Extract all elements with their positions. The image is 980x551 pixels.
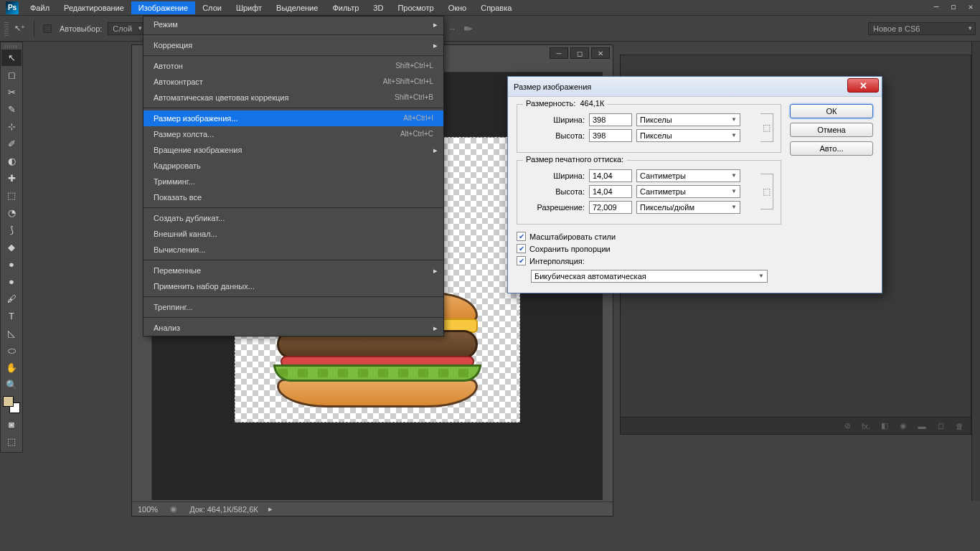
menu-item-создать-дубликат-[interactable]: Создать дубликат... xyxy=(143,210,443,226)
dialog-close-button[interactable]: ✕ xyxy=(847,78,879,93)
menu-help[interactable]: Справка xyxy=(473,1,519,14)
3d-slide-icon[interactable]: ↔ xyxy=(447,23,458,34)
height-unit-dropdown[interactable]: Пикселы xyxy=(636,129,740,142)
zoom-level[interactable]: 100% xyxy=(138,505,158,514)
crop-tool[interactable]: ⊹ xyxy=(1,118,22,135)
menu-file[interactable]: Файл xyxy=(23,1,57,14)
mask-icon[interactable]: ◧ xyxy=(879,420,890,432)
menu-filter[interactable]: Фильтр xyxy=(325,1,366,14)
height-input[interactable] xyxy=(589,129,632,142)
menu-item-внешний-канал-[interactable]: Внешний канал... xyxy=(143,226,443,242)
doc-close-icon[interactable]: ✕ xyxy=(591,47,610,59)
path-tool[interactable]: ◺ xyxy=(1,325,22,342)
print-width-input[interactable] xyxy=(589,169,632,182)
resolution-unit-dropdown[interactable]: Пикселы/дюйм xyxy=(636,201,740,214)
wand-tool[interactable]: ✎ xyxy=(1,101,22,118)
color-swatches[interactable] xyxy=(3,396,20,413)
menu-item-размер-изображения-[interactable]: Размер изображения...Alt+Ctrl+I xyxy=(143,110,443,126)
lasso-tool[interactable]: ✂ xyxy=(1,84,22,100)
resample-checkbox[interactable]: ✔ xyxy=(517,256,526,265)
menu-image[interactable]: Изображение xyxy=(131,1,195,14)
history-brush-tool[interactable]: ◔ xyxy=(1,204,22,221)
ok-button[interactable]: ОК xyxy=(790,104,873,118)
fx-icon[interactable]: fx. xyxy=(860,420,872,432)
width-input[interactable] xyxy=(589,113,632,126)
stamp-tool[interactable]: ⬚ xyxy=(1,187,22,204)
minimize-icon[interactable]: ─ xyxy=(931,1,941,11)
menu-item-тримминг-[interactable]: Тримминг... xyxy=(143,174,443,189)
grip-icon[interactable] xyxy=(4,22,9,36)
close-icon[interactable]: ✕ xyxy=(966,1,976,11)
resolution-input[interactable] xyxy=(589,201,632,214)
cancel-button[interactable]: Отмена xyxy=(790,123,873,137)
menu-item-автоматическая-цветовая-коррекция[interactable]: Автоматическая цветовая коррекцияShift+C… xyxy=(143,90,443,105)
menu-item-применить-набор-данных-[interactable]: Применить набор данных... xyxy=(143,278,443,294)
link-icon[interactable]: ⊘ xyxy=(842,420,853,432)
window-controls: ─ ◻ ✕ xyxy=(931,1,976,11)
workspace-dropdown[interactable]: Новое в CS6 xyxy=(868,22,976,35)
menu-item-треппинг-[interactable]: Треппинг... xyxy=(143,299,443,315)
shape-tool[interactable]: ⬭ xyxy=(1,342,22,359)
status-icon[interactable]: ◉ xyxy=(168,504,179,515)
trash-icon[interactable]: 🗑 xyxy=(953,420,965,432)
menu-item-анализ[interactable]: Анализ xyxy=(143,320,443,336)
screenmode-icon[interactable]: ⬚ xyxy=(1,433,22,450)
menu-view[interactable]: Просмотр xyxy=(390,1,440,14)
zoom-tool[interactable]: 🔍 xyxy=(1,377,22,393)
heal-tool[interactable]: ◐ xyxy=(1,153,22,169)
type-tool[interactable]: T xyxy=(1,308,22,324)
move-tool[interactable]: ↖ xyxy=(1,50,22,66)
menu-item-размер-холста-[interactable]: Размер холста...Alt+Ctrl+C xyxy=(143,126,443,142)
menu-item-автоконтраст[interactable]: АвтоконтрастAlt+Shift+Ctrl+L xyxy=(143,74,443,90)
width-unit-dropdown[interactable]: Пикселы xyxy=(636,113,740,126)
3d-zoom-icon[interactable]: ■▸ xyxy=(463,23,474,34)
auto-select-dropdown[interactable]: Слой xyxy=(108,22,146,35)
menu-item-вычисления-[interactable]: Вычисления... xyxy=(143,242,443,258)
panel-dock[interactable] xyxy=(971,42,980,501)
print-height-unit-dropdown[interactable]: Сантиметры xyxy=(636,185,740,198)
marquee-tool[interactable]: ◻ xyxy=(1,67,22,83)
menu-item-коррекция[interactable]: Коррекция xyxy=(143,37,443,53)
menu-type[interactable]: Шрифт xyxy=(229,1,269,14)
pen-tool[interactable]: 🖋 xyxy=(1,291,22,307)
menu-item-режим[interactable]: Режим xyxy=(143,17,443,32)
scale-styles-checkbox[interactable]: ✔ xyxy=(517,232,526,241)
maximize-icon[interactable]: ◻ xyxy=(948,1,958,11)
print-width-unit-dropdown[interactable]: Сантиметры xyxy=(636,169,740,182)
link-print-icon[interactable]: ⬚ xyxy=(760,174,773,209)
doc-size[interactable]: Док: 464,1К/582,6К xyxy=(189,505,258,514)
menu-select[interactable]: Выделение xyxy=(269,1,325,14)
menu-item-кадрировать[interactable]: Кадрировать xyxy=(143,158,443,174)
foreground-swatch[interactable] xyxy=(3,396,14,407)
dialog-titlebar[interactable]: Размер изображения ✕ xyxy=(508,77,882,97)
auto-select-checkbox[interactable] xyxy=(43,24,52,33)
menu-window[interactable]: Окно xyxy=(441,1,474,14)
menu-layers[interactable]: Слои xyxy=(195,1,229,14)
menu-edit[interactable]: Редактирование xyxy=(57,1,131,14)
adjustment-icon[interactable]: ◉ xyxy=(897,420,909,432)
constrain-checkbox[interactable]: ✔ xyxy=(517,244,526,253)
menu-item-автотон[interactable]: АвтотонShift+Ctrl+L xyxy=(143,58,443,74)
folder-icon[interactable]: ▬ xyxy=(916,420,928,432)
hand-tool[interactable]: ✋ xyxy=(1,359,22,376)
dialog-title: Размер изображения xyxy=(514,83,591,91)
link-dimensions-icon[interactable]: ⬚ xyxy=(760,113,773,142)
menu-item-вращение-изображения[interactable]: Вращение изображения xyxy=(143,142,443,158)
doc-maximize-icon[interactable]: ◻ xyxy=(570,47,589,59)
print-height-input[interactable] xyxy=(589,185,632,198)
new-layer-icon[interactable]: ◻ xyxy=(935,420,946,432)
eraser-tool[interactable]: ⟆ xyxy=(1,222,22,238)
quickmask-icon[interactable]: ◙ xyxy=(1,416,22,433)
brush-tool[interactable]: ✚ xyxy=(1,170,22,187)
menu-item-переменные[interactable]: Переменные xyxy=(143,263,443,278)
dodge-tool[interactable]: ● xyxy=(1,273,22,290)
doc-minimize-icon[interactable]: ─ xyxy=(550,47,568,59)
menu-item-показать-все[interactable]: Показать все xyxy=(143,189,443,205)
status-arrow-icon[interactable]: ▸ xyxy=(268,504,273,514)
menu-3d[interactable]: 3D xyxy=(366,1,390,14)
gradient-tool[interactable]: ◆ xyxy=(1,239,22,255)
auto-button[interactable]: Авто... xyxy=(790,141,873,156)
interpolation-dropdown[interactable]: Бикубическая автоматическая xyxy=(531,270,768,283)
blur-tool[interactable]: ● xyxy=(1,256,22,273)
eyedropper-tool[interactable]: ✐ xyxy=(1,136,22,152)
